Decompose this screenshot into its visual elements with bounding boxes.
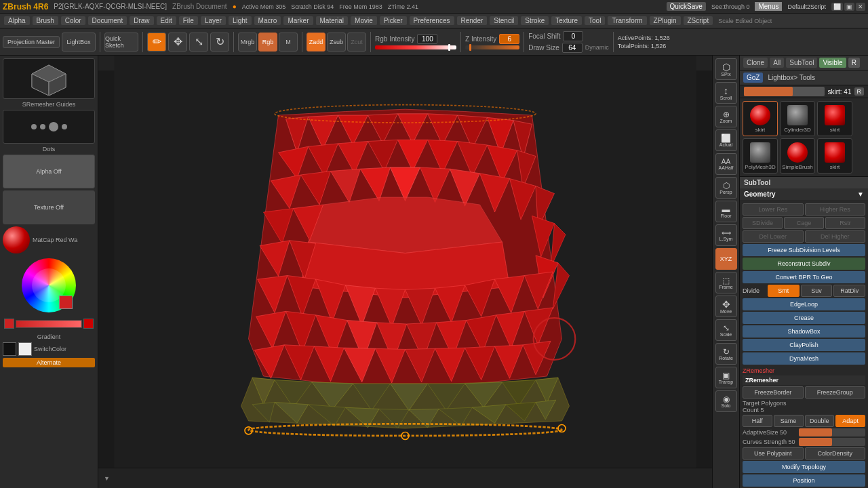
tool-thumb-skirt3[interactable]: skirt <box>817 138 852 174</box>
white-swatch[interactable] <box>18 342 32 356</box>
modify-topology-button[interactable]: Modify Topology <box>743 461 865 473</box>
clone-button[interactable]: Clone <box>743 58 768 68</box>
position-button[interactable]: Position <box>743 474 865 487</box>
tool-thumb-skirt2[interactable]: skirt <box>817 101 852 136</box>
xyz-button[interactable]: XYZ <box>715 248 737 270</box>
visible-button[interactable]: Visible <box>819 58 846 68</box>
projection-master-button[interactable]: Projection Master <box>3 36 60 48</box>
icons-toggle-2[interactable]: ▣ <box>844 3 854 11</box>
draw-size-value[interactable]: 64 <box>562 43 583 53</box>
dynamesh-button[interactable]: DynaMesh <box>743 352 865 365</box>
solo-button[interactable]: ◉ Solo <box>715 390 737 412</box>
skirt-r-button[interactable]: R <box>854 87 865 96</box>
higher-res-button[interactable]: Higher Res <box>805 203 866 216</box>
menu-item-draw[interactable]: Draw <box>130 16 153 25</box>
transp-button[interactable]: ▣ Transp <box>715 367 737 388</box>
m-button[interactable]: M <box>279 33 298 52</box>
reconstruct-subdiv-button[interactable]: Reconstruct Subdiv <box>743 258 865 270</box>
tool-thumb-cylinder3d[interactable]: Cylinder3D <box>780 101 815 136</box>
canvas-area[interactable]: ▼ <box>98 56 712 488</box>
fg-color-swatch[interactable] <box>4 319 14 329</box>
subtool-header[interactable]: SubTool <box>740 177 868 188</box>
dots-preview[interactable] <box>3 110 95 144</box>
zcut-button[interactable]: Zcut <box>347 33 366 52</box>
texture-preview[interactable]: Texture Off <box>3 190 95 224</box>
matcap-preview[interactable] <box>3 226 30 253</box>
scroll-button[interactable]: ↕ Scroll <box>715 82 737 104</box>
adaptive-size-slider[interactable] <box>799 428 865 436</box>
skirt-slider[interactable] <box>744 87 825 96</box>
menu-item-stencil[interactable]: Stencil <box>490 16 518 25</box>
half-button[interactable]: Half <box>743 415 772 427</box>
quicksave-button[interactable]: QuickSave <box>667 2 706 11</box>
menu-item-edit[interactable]: Edit <box>157 16 176 25</box>
double-button[interactable]: Double <box>805 415 835 427</box>
freeze-subdiv-button[interactable]: Freeze SubDivision Levels <box>743 244 865 256</box>
rgb-button[interactable]: Rgb <box>258 33 277 52</box>
icons-toggle-3[interactable]: ✕ <box>856 3 865 11</box>
rotate-button[interactable]: ↻ <box>210 33 229 52</box>
claypolish-button[interactable]: ClayPolish <box>743 339 865 351</box>
aahalf-button[interactable]: AA AAHalf <box>715 153 737 175</box>
lightbox-button[interactable]: LightBox <box>62 33 96 52</box>
floor-button[interactable]: ▬ Floor <box>715 201 737 222</box>
menu-item-layer[interactable]: Layer <box>201 16 226 25</box>
tool-thumb-simplebrush[interactable]: SimpleBrush <box>780 138 815 174</box>
suv-button[interactable]: Suv <box>801 285 833 297</box>
rgb-intensity-value[interactable]: 100 <box>417 34 437 44</box>
edgeloop-button[interactable]: EdgeLoop <box>743 298 865 310</box>
menu-item-macro[interactable]: Macro <box>254 16 281 25</box>
move-button[interactable]: ✥ <box>168 33 187 52</box>
menu-item-document[interactable]: Document <box>88 16 127 25</box>
black-swatch[interactable] <box>3 342 16 356</box>
frame-button[interactable]: ⬚ Frame <box>715 272 737 293</box>
move-rt-button[interactable]: ✥ Move <box>715 296 737 317</box>
actual-button[interactable]: ⬜ Actual <box>715 129 737 151</box>
crease-button[interactable]: Crease <box>743 312 865 324</box>
color-density-button[interactable]: ColorDensity <box>805 447 866 460</box>
menu-item-preferences[interactable]: Preferences <box>410 16 454 25</box>
tool-thumb-polymesh[interactable]: PolyMesh3D <box>743 138 778 174</box>
menu-item-texture[interactable]: Texture <box>551 16 582 25</box>
menu-item-render[interactable]: Render <box>457 16 488 25</box>
all-button[interactable]: All <box>770 58 784 68</box>
freeze-group-button[interactable]: FreezeGroup <box>805 386 866 399</box>
use-polypaint-button[interactable]: Use Polypaint <box>743 447 804 460</box>
del-lower-button[interactable]: Del Lower <box>743 230 804 243</box>
zoom-button[interactable]: ⊕ Zoom <box>715 106 737 127</box>
zadd-button[interactable]: Zadd <box>307 33 326 52</box>
goz-button[interactable]: GoZ <box>743 73 763 83</box>
menu-item-light[interactable]: Light <box>229 16 252 25</box>
icons-toggle-1[interactable]: ⬜ <box>831 3 843 11</box>
del-higher-button[interactable]: Del Higher <box>805 230 866 243</box>
mrgb-button[interactable]: Mrgb <box>238 33 257 52</box>
draw-button[interactable]: ✏ <box>147 33 166 52</box>
menu-item-brush[interactable]: Brush <box>33 16 58 25</box>
persp-button[interactable]: ⬡ Persp <box>715 177 737 199</box>
menu-item-picker[interactable]: Picker <box>380 16 407 25</box>
menu-item-movie[interactable]: Movie <box>351 16 377 25</box>
sdiv-button[interactable]: SDivide <box>743 217 783 229</box>
shadowbox-button[interactable]: ShadowBox <box>743 325 865 338</box>
convert-bpr-button[interactable]: Convert BPR To Geo <box>743 271 865 283</box>
ratdiv-button[interactable]: RatDiv <box>833 285 865 297</box>
subtool-button[interactable]: SubTool <box>786 58 817 68</box>
menu-item-material[interactable]: Material <box>316 16 349 25</box>
menu-item-file[interactable]: File <box>179 16 198 25</box>
curves-strength-slider[interactable] <box>799 438 865 446</box>
tool-thumb-skirt1[interactable]: skirt <box>743 101 778 136</box>
lower-res-button[interactable]: Lower Res <box>743 203 804 216</box>
zremesher-header[interactable]: ZRemesher <box>743 375 865 385</box>
menus-button[interactable]: Menus <box>755 2 782 11</box>
menu-item-transform[interactable]: Transform <box>608 16 646 25</box>
brush-preview[interactable] <box>3 58 95 99</box>
smt-button[interactable]: Smt <box>768 285 800 297</box>
cage-button[interactable]: Cage <box>784 217 824 229</box>
color-wheel[interactable] <box>22 258 76 312</box>
menu-item-zplugin[interactable]: ZPlugin <box>650 16 681 25</box>
scale-button[interactable]: ⤡ <box>189 33 208 52</box>
bg-color-swatch[interactable] <box>83 319 94 329</box>
quick-sketch-button[interactable]: Quick Sketch <box>104 33 138 52</box>
focal-shift-value[interactable]: 0 <box>563 31 583 41</box>
geometry-section-header[interactable]: Geometry ▼ <box>740 188 868 200</box>
